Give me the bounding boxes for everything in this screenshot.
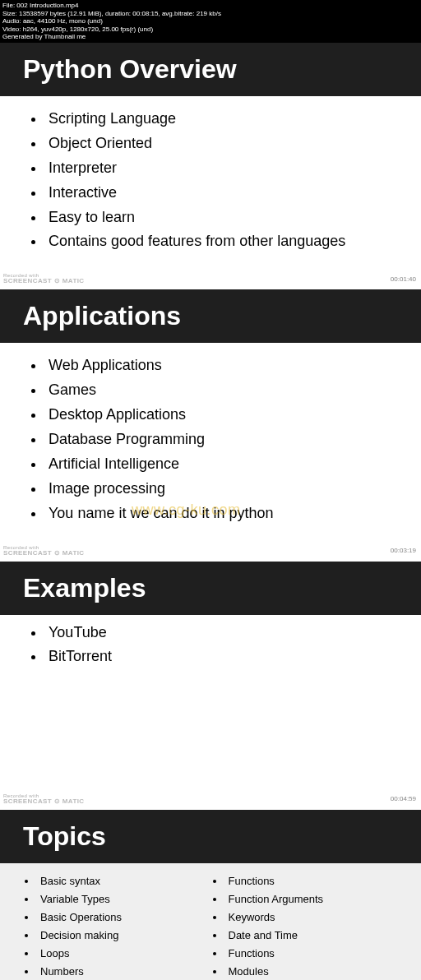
list-item: YouTube: [45, 622, 396, 645]
slide-applications: Applications Web Applications Games Desk…: [0, 289, 421, 561]
list-item: Numbers: [37, 964, 225, 980]
slide-title: Topics: [23, 821, 398, 852]
meta-header: File: 002 Introduction.mp4 Size: 1353859…: [0, 0, 421, 43]
list-item: Keywords: [225, 909, 414, 926]
list-item: Web Applications: [45, 354, 396, 377]
watermark: Recorded with SCREENCAST ⊙ MATIC: [3, 793, 85, 805]
list-item: Functions: [225, 873, 414, 890]
list-item: Date and Time: [225, 927, 414, 944]
slide-title-bar: Python Overview: [0, 43, 421, 96]
timestamp: 00:03:19: [391, 546, 416, 556]
list-item: Artificial Intelligence: [45, 453, 396, 476]
meta-video: Video: h264, yuv420p, 1280x720, 25.00 fp…: [2, 25, 419, 34]
list-item: Easy to learn: [45, 206, 396, 229]
slide-title-bar: Examples: [0, 562, 421, 615]
slide-title-bar: Applications: [0, 289, 421, 343]
list-item: Modules: [225, 964, 414, 980]
list-item: Games: [45, 379, 396, 402]
list-item: Functions: [225, 945, 414, 962]
list-item: Basic syntax: [37, 873, 225, 890]
list-item: Loops: [37, 945, 225, 962]
meta-audio: Audio: aac, 44100 Hz, mono (und): [2, 17, 419, 25]
slide-title: Applications: [23, 301, 398, 331]
slide-title: Examples: [23, 573, 398, 603]
list-item: Interpreter: [45, 157, 396, 180]
slide-body: Web Applications Games Desktop Applicati…: [0, 343, 421, 559]
slide-topics: Topics Basic syntax Variable Types Basic…: [0, 810, 421, 980]
watermark: Recorded with SCREENCAST ⊙ MATIC: [3, 545, 85, 557]
timestamp: 00:04:59: [391, 794, 416, 804]
slide-body: YouTube BitTorrent Recorded with SCREENC…: [0, 615, 421, 808]
list-item: Contains good features from other langua…: [45, 230, 396, 253]
list-item: BitTorrent: [45, 645, 396, 668]
list-item: Decision making: [37, 927, 225, 944]
list-item: Database Programming: [45, 428, 396, 451]
slide-overview: Python Overview Scripting Language Objec…: [0, 43, 421, 289]
list-item: Scripting Language: [45, 108, 396, 131]
meta-size: Size: 13538597 bytes (12.91 MiB), durati…: [2, 10, 419, 18]
slide-title-bar: Topics: [0, 810, 421, 863]
timestamp: 00:01:40: [391, 275, 416, 284]
url-watermark: www.cg-ku.com: [132, 499, 241, 522]
list-item: Object Oriented: [45, 132, 396, 155]
list-item: Interactive: [45, 182, 396, 205]
list-item: Image processing: [45, 478, 396, 501]
slide-examples: Examples YouTube BitTorrent Recorded wit…: [0, 562, 421, 810]
list-item: Desktop Applications: [45, 404, 396, 427]
meta-file: File: 002 Introduction.mp4: [2, 2, 419, 10]
slide-title: Python Overview: [23, 54, 398, 85]
list-item: Variable Types: [37, 891, 225, 908]
slide-body: Basic syntax Variable Types Basic Operat…: [0, 863, 421, 980]
topics-left-col: Basic syntax Variable Types Basic Operat…: [37, 873, 225, 980]
list-item: Function Arguments: [225, 891, 414, 908]
meta-gen: Generated by Thumbnail me: [2, 33, 419, 41]
topics-right-col: Functions Function Arguments Keywords Da…: [225, 873, 414, 980]
list-item: Basic Operations: [37, 909, 225, 926]
slide-body: Scripting Language Object Oriented Inter…: [0, 96, 421, 288]
watermark: Recorded with SCREENCAST ⊙ MATIC: [3, 273, 85, 284]
